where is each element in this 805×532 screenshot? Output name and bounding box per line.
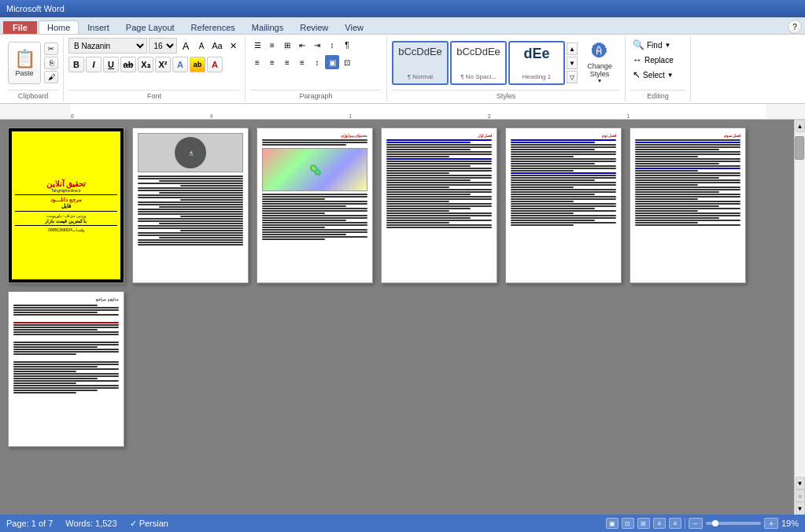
page3-image: 🦠 <box>262 148 367 191</box>
title-bar: Microsoft Word <box>0 0 805 17</box>
clear-formatting-button[interactable]: ✕ <box>226 39 240 53</box>
cut-button[interactable]: ✂ <box>44 42 58 55</box>
page-5[interactable]: فصل دوم <box>505 127 622 283</box>
change-styles-arrow: ▼ <box>597 78 603 83</box>
align-right-button[interactable]: ≡ <box>280 55 294 69</box>
select-button[interactable]: ↖ Select ▼ <box>630 68 685 82</box>
tab-page-layout[interactable]: Page Layout <box>118 21 183 34</box>
show-formatting-button[interactable]: ¶ <box>340 38 354 52</box>
page-4[interactable]: فصل اول <box>381 127 497 283</box>
format-painter-button[interactable]: 🖌 <box>44 71 58 83</box>
zoom-slider-thumb <box>712 520 718 526</box>
status-divider <box>685 518 685 529</box>
tab-mailings[interactable]: Mailings <box>244 21 291 34</box>
decrease-indent-button[interactable]: ⇤ <box>295 38 309 52</box>
zoom-slider[interactable] <box>706 522 761 525</box>
zoom-in-button[interactable]: + <box>764 518 778 529</box>
strikethrough-button[interactable]: ab <box>120 57 136 72</box>
styles-scroll-up[interactable]: ▲ <box>567 42 578 55</box>
clipboard-small-buttons: ✂ ⎘ 🖌 <box>44 42 58 83</box>
scroll-track[interactable] <box>795 132 805 477</box>
tab-review[interactable]: Review <box>292 21 336 34</box>
zoom-out-button[interactable]: − <box>689 518 703 529</box>
superscript-button[interactable]: X² <box>155 57 171 72</box>
paragraph-label: Paragraph <box>250 90 382 100</box>
change-case-button[interactable]: Aa <box>210 39 224 53</box>
change-styles-button[interactable]: 🅐 Change Styles ▼ <box>579 42 620 84</box>
increase-indent-button[interactable]: ⇥ <box>310 38 324 52</box>
align-left-button[interactable]: ≡ <box>250 55 264 69</box>
justify-button[interactable]: ≡ <box>295 55 309 69</box>
outline-view-button[interactable]: ≡ <box>653 518 666 529</box>
page2-image: 🔬 <box>138 133 243 172</box>
ribbon: 📋 Paste ✂ ⎘ 🖌 Clipboard B Nazanin 16 A A <box>0 35 805 104</box>
draft-view-button[interactable]: ≡ <box>669 518 681 529</box>
font-name-select[interactable]: B Nazanin <box>68 38 147 54</box>
text-effects-button[interactable]: A <box>172 57 188 72</box>
line-spacing-button[interactable]: ↕ <box>310 55 324 69</box>
tab-file[interactable]: File <box>3 21 37 34</box>
page-1[interactable]: تحقیق آنلاین Tahghighonline.ir مرجع دانل… <box>8 127 124 283</box>
language-label: Persian <box>139 519 168 528</box>
borders-button[interactable]: ⊡ <box>340 55 354 69</box>
styles-group: bCcDdEe ¶ Normal bCcDdEe ¶ No Spaci... d… <box>387 36 626 102</box>
scroll-up-button[interactable]: ▲ <box>796 120 805 132</box>
copy-button[interactable]: ⎘ <box>44 57 58 69</box>
full-screen-view-button[interactable]: ⊡ <box>622 518 634 529</box>
scroll-thumb[interactable] <box>795 136 804 160</box>
find-label: Find <box>647 41 662 50</box>
find-button[interactable]: 🔍 Find ▼ <box>630 38 685 52</box>
web-layout-view-button[interactable]: ⊞ <box>637 518 650 529</box>
zoom-level[interactable]: 19% <box>781 519 799 528</box>
help-button[interactable]: ? <box>788 20 802 34</box>
scroll-down-button[interactable]: ▼ <box>796 477 805 490</box>
scroll-browse-up[interactable]: ○ <box>796 490 805 502</box>
paste-button[interactable]: 📋 Paste <box>8 42 41 84</box>
underline-button[interactable]: U <box>103 57 119 72</box>
page-7[interactable]: منابع و مراجع <box>8 291 124 447</box>
tab-insert[interactable]: Insert <box>79 21 117 34</box>
app-title: Microsoft Word <box>6 4 65 13</box>
clipboard-label: Clipboard <box>8 90 58 100</box>
page-6[interactable]: فصل سوم <box>630 127 746 283</box>
text-highlight-button[interactable]: ab <box>190 57 205 72</box>
page-3[interactable]: محتوای بیولوژی 🦠 <box>257 127 373 283</box>
language-indicator[interactable]: ✓ Persian <box>130 519 168 529</box>
style-normal-label: ¶ Normal <box>408 73 433 80</box>
tab-references[interactable]: References <box>183 21 243 34</box>
style-heading1-button[interactable]: dEe Heading 1 <box>508 41 565 85</box>
style-normal-preview: bCcDdEe <box>398 46 442 57</box>
font-size-select[interactable]: 16 <box>149 38 177 54</box>
bold-button[interactable]: B <box>68 57 84 72</box>
page1-url: Tahghighonline.ir <box>51 188 81 193</box>
tab-view[interactable]: View <box>337 21 371 34</box>
shrink-font-button[interactable]: A <box>194 39 209 53</box>
page5-header: فصل دوم <box>511 133 616 138</box>
styles-scroll-down[interactable]: ▼ <box>567 57 578 69</box>
subscript-button[interactable]: X₂ <box>138 57 153 72</box>
page1-phone: واتساپ09981366624 <box>48 227 84 232</box>
grow-font-button[interactable]: A <box>179 39 193 53</box>
ribbon-tabs: File Home Insert Page Layout References … <box>0 17 805 35</box>
sort-button[interactable]: ↕ <box>325 38 339 52</box>
shading-button[interactable]: ▣ <box>325 55 339 69</box>
replace-label: Replace <box>644 56 674 65</box>
page-2[interactable]: 🔬 <box>132 127 249 283</box>
bullets-button[interactable]: ☰ <box>250 38 264 52</box>
scroll-browse-down[interactable]: ▼ <box>796 502 805 515</box>
font-label: Font <box>68 90 240 100</box>
styles-scroll-more[interactable]: ▽ <box>567 71 578 83</box>
numbering-button[interactable]: ≡ <box>265 38 279 52</box>
print-layout-view-button[interactable]: ▣ <box>606 518 619 529</box>
style-nospace-button[interactable]: bCcDdEe ¶ No Spaci... <box>450 41 507 85</box>
italic-button[interactable]: I <box>86 57 102 72</box>
font-color-button[interactable]: A <box>207 57 223 72</box>
align-center-button[interactable]: ≡ <box>265 55 279 69</box>
style-heading1-preview: dEe <box>523 46 549 62</box>
vertical-scrollbar[interactable]: ▲ ▼ ○ ▼ <box>794 120 805 515</box>
style-normal-button[interactable]: bCcDdEe ¶ Normal <box>392 41 449 85</box>
tab-home[interactable]: Home <box>39 20 79 34</box>
replace-button[interactable]: ↔ Replace <box>630 53 685 67</box>
change-styles-icon: 🅐 <box>592 42 607 61</box>
multilevel-button[interactable]: ⊞ <box>280 38 294 52</box>
